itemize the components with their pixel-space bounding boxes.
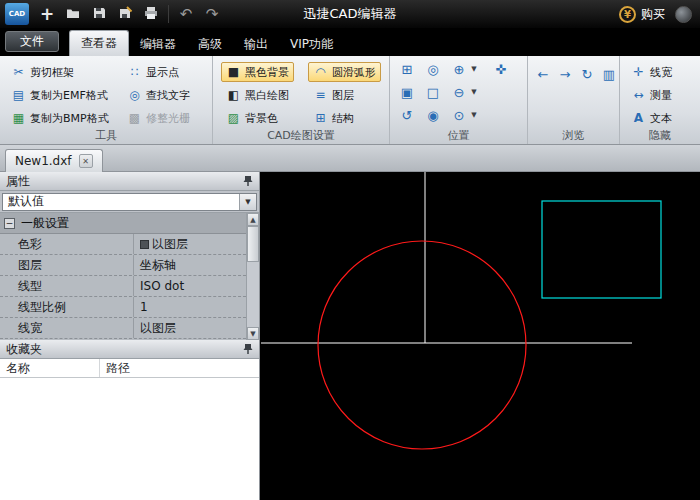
copy-emf-icon: ▤: [11, 88, 26, 102]
zoom-in-button[interactable]: ⊕: [448, 59, 470, 79]
property-row-linetype[interactable]: 线型 ISO dot: [0, 276, 246, 297]
smooth-arc-button[interactable]: ◠ 圆滑弧形: [308, 62, 381, 82]
scroll-down-icon[interactable]: ▼: [247, 327, 259, 340]
scroll-thumb[interactable]: [247, 226, 259, 262]
save-button[interactable]: [86, 2, 112, 26]
left-panel: 属性 默认值 ▼ − 一般设置 色彩 以图层: [0, 172, 260, 500]
close-tab-icon[interactable]: ✕: [79, 154, 93, 168]
ribbon-group-browse: ← → ↻ ▥ 浏览: [528, 56, 620, 144]
copy-emf-button[interactable]: ▤ 复制为EMF格式: [6, 85, 113, 105]
favorites-path-column[interactable]: 路径: [100, 359, 259, 377]
property-row-lineweight[interactable]: 线宽 以图层: [0, 318, 246, 339]
line-width-button[interactable]: ✛ 线宽: [626, 62, 677, 82]
new-file-button[interactable]: +: [34, 2, 60, 26]
tab-vip[interactable]: VIP功能: [279, 32, 344, 56]
copy-bmp-button[interactable]: ▦ 复制为BMP格式: [6, 108, 114, 128]
zoom-dynamic-button[interactable]: ◎: [422, 59, 444, 79]
property-value[interactable]: 坐标轴: [133, 255, 246, 275]
text-button[interactable]: A 文本: [626, 108, 677, 128]
property-value[interactable]: 以图层: [133, 318, 246, 338]
copy-emf-label: 复制为EMF格式: [30, 88, 108, 103]
property-scrollbar[interactable]: ▲ ▼: [246, 213, 259, 340]
find-text-button[interactable]: ◎ 查找文字: [122, 85, 195, 105]
background-color-button[interactable]: ▨ 背景色: [221, 108, 283, 128]
smooth-arc-label: 圆滑弧形: [332, 65, 376, 80]
find-text-icon: ◎: [127, 88, 142, 102]
layers-icon: ≡: [313, 88, 328, 102]
tab-output[interactable]: 输出: [233, 32, 279, 56]
zoom-rect-button[interactable]: ▣: [396, 82, 418, 102]
tab-file[interactable]: 文件: [5, 31, 59, 52]
bw-drawing-button[interactable]: ◧ 黑白绘图: [221, 85, 294, 105]
zoom-extents-button[interactable]: □: [422, 82, 444, 102]
pin-icon[interactable]: [243, 343, 253, 355]
forward-button[interactable]: →: [554, 64, 576, 84]
zoom-in-caret-icon[interactable]: ▼: [469, 63, 479, 75]
zoom-out-caret-icon[interactable]: ▼: [469, 86, 479, 98]
color-swatch: [140, 240, 149, 249]
titlebar-right: ¥ 购买: [619, 0, 692, 28]
buy-button[interactable]: ¥ 购买: [619, 6, 665, 23]
preset-combobox[interactable]: 默认值 ▼: [2, 193, 257, 211]
redo-button[interactable]: ↷: [199, 2, 225, 26]
tab-viewer[interactable]: 查看器: [69, 30, 129, 56]
support-icon[interactable]: [675, 6, 692, 23]
tab-editor[interactable]: 编辑器: [129, 32, 187, 56]
ribbon-group-hide: ✛ 线宽 ↔ 测量 A 文本 隐藏: [620, 56, 700, 144]
scroll-up-icon[interactable]: ▲: [247, 213, 259, 226]
show-points-icon: ∷: [127, 65, 142, 79]
preset-value: 默认值: [8, 193, 44, 210]
property-row-linetype-scale[interactable]: 线型比例 1: [0, 297, 246, 318]
pin-icon[interactable]: [243, 175, 253, 187]
structure-button[interactable]: ⊞ 结构: [308, 108, 359, 128]
print-button[interactable]: [138, 2, 164, 26]
property-name: 图层: [0, 255, 133, 275]
favorites-list[interactable]: [0, 378, 259, 500]
measure-button[interactable]: ↔ 测量: [626, 85, 677, 105]
zoom-target-button[interactable]: ◉: [422, 105, 444, 125]
layers-button[interactable]: ≡ 图层: [308, 85, 359, 105]
preset-combo-row: 默认值 ▼: [0, 191, 259, 213]
zoom-out-button[interactable]: ⊖: [448, 82, 470, 102]
combo-caret-icon[interactable]: ▼: [239, 194, 256, 210]
ribbon-tab-bar: 文件 查看器 编辑器 高级 输出 VIP功能: [0, 28, 700, 56]
rotate-view-button[interactable]: ↺: [396, 105, 418, 125]
copy-bmp-label: 复制为BMP格式: [30, 111, 109, 126]
zoom-center-caret-icon[interactable]: ▼: [469, 109, 479, 121]
property-row-color[interactable]: 色彩 以图层: [0, 234, 246, 255]
drawing-canvas[interactable]: [261, 172, 700, 500]
pan-button[interactable]: ✜: [490, 59, 512, 79]
property-value[interactable]: ISO dot: [133, 276, 246, 296]
cut-frame-button[interactable]: ✂ 剪切框架: [6, 62, 79, 82]
property-group-label: 一般设置: [21, 215, 69, 232]
property-row-layer[interactable]: 图层 坐标轴: [0, 255, 246, 276]
save-as-button[interactable]: [112, 2, 138, 26]
black-background-button[interactable]: ■ 黑色背景: [221, 62, 294, 82]
collapse-icon[interactable]: −: [4, 218, 15, 229]
property-value[interactable]: 1: [133, 297, 246, 317]
property-value[interactable]: 以图层: [133, 234, 246, 254]
yuan-icon: ¥: [619, 6, 636, 23]
model-button[interactable]: ▥: [598, 64, 620, 84]
favorites-name-column[interactable]: 名称: [0, 359, 100, 377]
zoom-center-button[interactable]: ⊙: [448, 105, 470, 125]
black-background-icon: ■: [226, 65, 241, 79]
layout-button[interactable]: ↻: [576, 64, 598, 84]
property-group-general[interactable]: − 一般设置: [0, 213, 246, 234]
open-file-button[interactable]: [60, 2, 86, 26]
find-text-label: 查找文字: [146, 88, 190, 103]
copy-bmp-icon: ▦: [11, 111, 26, 125]
show-points-button[interactable]: ∷ 显示点: [122, 62, 184, 82]
trim-raster-button[interactable]: ▩ 修整光栅: [122, 108, 195, 128]
undo-button[interactable]: ↶: [173, 2, 199, 26]
back-button[interactable]: ←: [532, 64, 554, 84]
tab-advanced[interactable]: 高级: [187, 32, 233, 56]
text-icon: A: [631, 111, 646, 125]
property-value-text: 坐标轴: [140, 257, 176, 274]
browse-group-label: 浏览: [528, 128, 619, 143]
document-tab[interactable]: New1.dxf ✕: [5, 149, 103, 172]
layers-label: 图层: [332, 88, 354, 103]
line-width-icon: ✛: [631, 65, 646, 79]
ribbon-group-tools: ✂ 剪切框架 ▤ 复制为EMF格式 ▦ 复制为BMP格式 ∷ 显示点 ◎ 查找文…: [0, 56, 213, 144]
zoom-window-button[interactable]: ⊞: [396, 59, 418, 79]
